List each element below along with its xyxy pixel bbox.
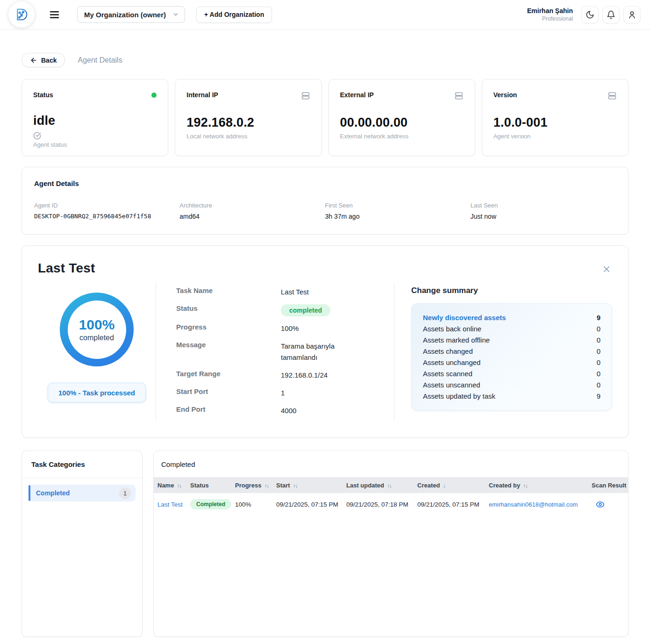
agent-details-fields: Agent ID DESKTOP-0GBNRQ2_87596845e07f1f5…: [34, 202, 616, 220]
agent-details-title: Agent Details: [34, 179, 616, 187]
app-logo: [8, 1, 35, 28]
table-header-row: Name ↑↓ Status Progress ↑↓ Start ↑↓ Last…: [154, 477, 628, 493]
change-summary-box: Newly discovered assets 9 Assets back on…: [411, 303, 612, 411]
agent-id-field: Agent ID DESKTOP-0GBNRQ2_87596845e07f1f5…: [34, 202, 179, 220]
column-header-status[interactable]: Status: [190, 482, 235, 489]
first-seen-value: 3h 37m ago: [325, 213, 471, 220]
view-scan-result-button[interactable]: [596, 500, 605, 509]
organization-select[interactable]: My Organization (owner): [77, 6, 185, 23]
last-test-card: Last Test 100% completed 100% - Task pro…: [21, 245, 629, 438]
summary-value: 0: [597, 336, 600, 344]
back-button[interactable]: Back: [21, 53, 65, 67]
created-by-link[interactable]: emirhansahin0618@hotmail.com: [489, 501, 578, 508]
top-bar-right: Emirhan Şahin Professional: [527, 6, 641, 23]
version-sub: Agent version: [493, 133, 617, 140]
column-label: Start: [276, 482, 290, 489]
agent-details-card: Agent Details Agent ID DESKTOP-0GBNRQ2_8…: [21, 167, 629, 235]
summary-value: 0: [597, 381, 600, 389]
end-port-row: End Port 4000: [176, 402, 385, 420]
sort-icon: ↑↓: [264, 483, 269, 488]
column-header-start[interactable]: Start ↑↓: [276, 482, 346, 489]
row-created: 09/21/2025, 07:15 PM: [417, 501, 489, 508]
sort-icon: ↑↓: [177, 483, 181, 488]
version-label: Version: [493, 91, 517, 99]
theme-toggle-button[interactable]: [581, 6, 599, 23]
architecture-field: Architecture amd64: [179, 202, 325, 220]
task-fields: Task Name Last Test Status completed Pro…: [156, 282, 394, 421]
sort-icon-active: ↓: [443, 483, 445, 488]
column-header-name[interactable]: Name ↑↓: [157, 482, 190, 489]
task-name-link[interactable]: Last Test: [157, 501, 183, 508]
arrow-left-icon: [30, 57, 37, 64]
last-test-title: Last Test: [38, 261, 612, 276]
last-seen-label: Last Seen: [471, 202, 616, 209]
target-range-value: 192.168.0.1/24: [281, 370, 370, 381]
progress-percent: 100%: [79, 317, 115, 333]
category-item-completed[interactable]: Completed 1: [29, 485, 136, 501]
version-card: Version 1.0.0-001 Agent version: [482, 79, 629, 156]
internal-ip-sub: Local network address: [186, 133, 310, 140]
column-header-last-updated[interactable]: Last updated ↑↓: [346, 482, 417, 489]
summary-row: Assets unchanged 0: [423, 357, 600, 368]
summary-value: 0: [597, 347, 600, 355]
first-seen-label: First Seen: [325, 202, 471, 209]
summary-row: Assets unscanned 0: [423, 379, 600, 390]
external-ip-label: External IP: [340, 91, 374, 99]
task-processed-button[interactable]: 100% - Task processed: [48, 383, 146, 402]
column-header-created-by[interactable]: Created by ↑↓: [489, 482, 592, 489]
architecture-label: Architecture: [179, 202, 325, 209]
summary-row: Assets changed 0: [423, 345, 600, 357]
summary-row: Newly discovered assets 9: [423, 312, 600, 323]
main-content: Back Agent Details Status idle Agent sta…: [0, 53, 650, 637]
page-title: Agent Details: [78, 56, 122, 64]
status-card-label: Status: [33, 91, 53, 99]
summary-value: 0: [597, 325, 600, 333]
agent-id-value: DESKTOP-0GBNRQ2_87596845e07f1f58: [34, 213, 179, 220]
notifications-button[interactable]: [602, 6, 620, 23]
column-label: Scan Result: [592, 482, 626, 489]
column-label: Created: [417, 482, 440, 489]
target-range-row: Target Range 192.168.0.1/24: [176, 366, 385, 384]
task-message-value: Tarama başarıyla tamamlandı: [281, 341, 370, 363]
start-port-value: 1: [281, 387, 370, 399]
task-categories-title: Task Categories: [22, 451, 142, 478]
internal-ip-value: 192.168.0.2: [186, 115, 310, 130]
table-title: Completed: [154, 451, 628, 477]
table-row: Last Test Completed 100% 09/21/2025, 07:…: [154, 493, 628, 515]
column-header-created[interactable]: Created ↓: [417, 482, 489, 489]
account-button[interactable]: [623, 6, 641, 23]
progress-panel: 100% completed 100% - Task processed: [38, 282, 156, 421]
hamburger-menu-button[interactable]: [49, 9, 60, 21]
close-button[interactable]: [602, 265, 611, 274]
task-message-row: Message Tarama başarıyla tamamlandı: [176, 337, 385, 366]
summary-value: 9: [597, 392, 600, 400]
column-header-progress[interactable]: Progress ↑↓: [235, 482, 276, 489]
user-name: Emirhan Şahin: [527, 7, 573, 14]
task-name-value: Last Test: [281, 286, 370, 298]
column-header-scan-result: Scan Result: [592, 482, 626, 489]
sort-icon: ↑↓: [387, 483, 392, 488]
agent-id-label: Agent ID: [34, 202, 179, 209]
first-seen-field: First Seen 3h 37m ago: [325, 202, 471, 220]
check-circle-icon: [33, 132, 157, 140]
task-categories-card: Task Categories Completed 1: [21, 451, 143, 637]
version-value: 1.0.0-001: [493, 115, 617, 130]
start-port-row: Start Port 1: [176, 384, 385, 402]
summary-label: Assets updated by task: [423, 392, 495, 400]
server-icon: [454, 91, 464, 100]
architecture-value: amd64: [179, 213, 325, 220]
last-seen-value: Just now: [471, 213, 616, 220]
task-progress-label: Progress: [176, 323, 281, 334]
server-icon: [607, 91, 617, 100]
summary-row: Assets back online 0: [423, 323, 600, 334]
add-organization-button[interactable]: + Add Organization: [196, 7, 272, 23]
column-label: Status: [190, 482, 209, 489]
status-badge: completed: [281, 304, 330, 316]
internal-ip-label: Internal IP: [186, 91, 218, 99]
top-bar: My Organization (owner) + Add Organizati…: [0, 0, 650, 29]
status-value: idle: [33, 114, 157, 128]
summary-value: 0: [597, 358, 600, 366]
menu-icon: [49, 9, 60, 21]
change-summary-title: Change summary: [411, 286, 612, 295]
end-port-label: End Port: [176, 405, 281, 416]
